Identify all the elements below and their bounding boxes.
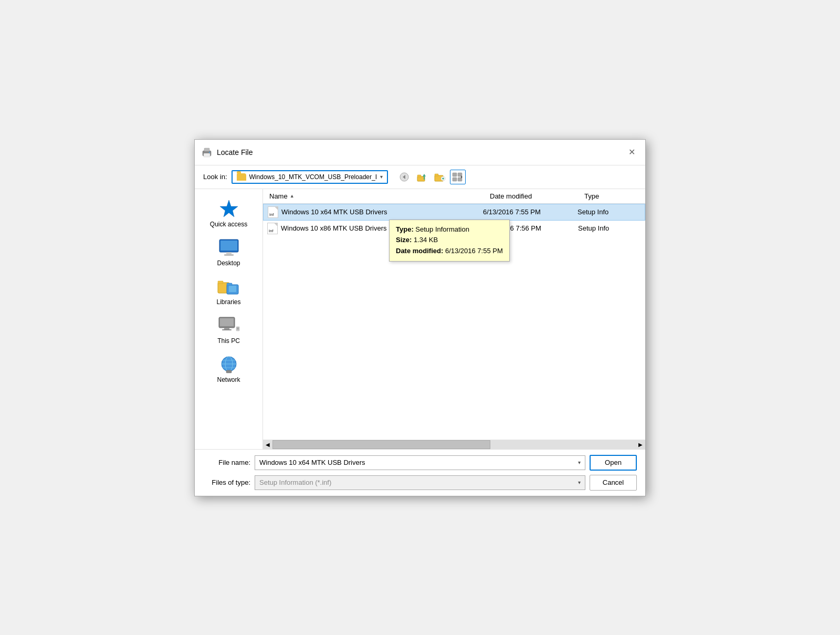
svg-rect-32 (224, 328, 229, 329)
libraries-icon (217, 277, 240, 296)
printer-icon (201, 147, 213, 158)
scroll-right-btn[interactable]: ▶ (636, 440, 645, 449)
file-name-value: Windows 10 x64 MTK USB Drivers (259, 459, 365, 466)
file-type-row: Files of type: Setup Information (*.inf)… (203, 475, 637, 491)
look-in-dropdown[interactable]: Windows_10_MTK_VCOM_USB_Preloader_I ▾ (232, 170, 388, 184)
svg-rect-17 (453, 178, 457, 181)
look-in-text: Windows_10_MTK_VCOM_USB_Preloader_I (249, 173, 377, 181)
file-name-arrow: ▾ (578, 460, 581, 465)
back-icon (400, 172, 409, 182)
file-name: Windows 10 x86 MTK USB Drivers (281, 224, 484, 232)
col-header-type[interactable]: Type (580, 189, 643, 203)
file-header: Name ▲ Date modified Type (263, 189, 645, 204)
up-button[interactable] (414, 170, 430, 184)
svg-rect-24 (224, 254, 234, 256)
file-name-row: File name: Windows 10 x64 MTK USB Driver… (203, 455, 637, 471)
sidebar-item-desktop[interactable]: Desktop (195, 234, 262, 271)
file-name-label: File name: (203, 459, 250, 466)
this-pc-icon (217, 316, 240, 335)
new-folder-button[interactable] (432, 170, 448, 184)
sidebar: Quick access Desktop (195, 189, 263, 449)
sidebar-item-quick-access-label: Quick access (210, 221, 247, 228)
col-header-name[interactable]: Name ▲ (265, 189, 486, 203)
close-button[interactable]: ✕ (624, 145, 639, 160)
file-name-input[interactable]: Windows 10 x64 MTK USB Drivers ▾ (255, 455, 585, 470)
folder-icon (237, 173, 246, 181)
svg-rect-9 (424, 176, 425, 180)
title-left: Locate File (201, 147, 253, 158)
svg-marker-20 (220, 200, 238, 217)
svg-rect-11 (435, 174, 438, 176)
scroll-left-btn[interactable]: ◀ (263, 440, 272, 449)
view-button[interactable] (450, 170, 466, 184)
network-icon (217, 355, 240, 374)
svg-rect-31 (220, 318, 234, 326)
look-in-label: Look in: (203, 173, 227, 181)
sidebar-item-network[interactable]: Network (195, 351, 262, 388)
sidebar-item-desktop-label: Desktop (217, 259, 240, 267)
svg-rect-33 (222, 329, 232, 330)
files-of-type-arrow: ▾ (578, 480, 581, 485)
scroll-track[interactable] (272, 440, 636, 449)
file-name: Windows 10 x64 MTK USB Drivers (281, 208, 483, 216)
title-bar: Locate File ✕ (195, 140, 645, 165)
horizontal-scrollbar[interactable]: ◀ ▶ (263, 440, 645, 449)
col-header-date[interactable]: Date modified (486, 189, 580, 203)
svg-rect-26 (218, 281, 223, 284)
file-icon: inf (267, 223, 278, 234)
svg-point-3 (209, 152, 210, 153)
files-of-type-input[interactable]: Setup Information (*.inf) ▾ (255, 475, 585, 490)
sidebar-item-this-pc-label: This PC (217, 337, 240, 345)
svg-rect-15 (453, 173, 457, 176)
svg-rect-1 (204, 148, 209, 151)
sidebar-item-libraries[interactable]: Libraries (195, 273, 262, 310)
file-list: inf Windows 10 x64 MTK USB Drivers 6/13/… (263, 204, 645, 440)
bottom-area: File name: Windows 10 x64 MTK USB Driver… (195, 449, 645, 496)
table-row[interactable]: inf Windows 10 x86 MTK USB Drivers 6/13/… (263, 221, 645, 236)
view-icon (452, 172, 464, 182)
svg-rect-28 (227, 283, 232, 286)
svg-rect-7 (417, 175, 421, 177)
toolbar-buttons (396, 170, 466, 184)
desktop-icon (218, 238, 240, 257)
dialog-title: Locate File (217, 148, 253, 157)
toolbar: Look in: Windows_10_MTK_VCOM_USB_Preload… (195, 165, 645, 189)
files-of-type-label: Files of type: (203, 478, 250, 486)
back-button[interactable] (396, 170, 412, 184)
cancel-button[interactable]: Cancel (590, 475, 637, 491)
table-row[interactable]: inf Windows 10 x64 MTK USB Drivers 6/13/… (263, 204, 645, 221)
open-button[interactable]: Open (590, 455, 637, 471)
main-content: Quick access Desktop (195, 189, 645, 449)
look-in-arrow: ▾ (380, 174, 383, 180)
file-date: 6/13/2016 7:56 PM (484, 224, 578, 232)
scroll-thumb[interactable] (272, 440, 490, 449)
svg-rect-6 (417, 176, 425, 181)
sidebar-item-this-pc[interactable]: This PC (195, 312, 262, 349)
sidebar-item-quick-access[interactable]: Quick access (195, 194, 262, 232)
file-area: Name ▲ Date modified Type inf (263, 189, 645, 449)
svg-rect-23 (226, 252, 232, 254)
svg-rect-35 (237, 328, 239, 328)
svg-rect-2 (204, 153, 210, 157)
quick-access-icon (218, 199, 240, 218)
files-of-type-value: Setup Information (*.inf) (259, 478, 331, 486)
up-icon (417, 172, 427, 182)
file-type: Setup Info (578, 208, 640, 216)
svg-rect-22 (220, 241, 237, 251)
svg-marker-8 (423, 174, 426, 176)
file-icon: inf (268, 206, 278, 218)
new-folder-icon (434, 172, 446, 182)
svg-rect-36 (237, 329, 239, 329)
sort-arrow: ▲ (290, 193, 295, 199)
svg-rect-29 (229, 286, 236, 292)
file-type: Setup Info (578, 224, 641, 232)
file-date: 6/13/2016 7:55 PM (483, 208, 578, 216)
locate-file-dialog: Locate File ✕ Look in: Windows_10_MTK_VC… (194, 139, 646, 496)
sidebar-item-libraries-label: Libraries (216, 298, 240, 306)
sidebar-item-network-label: Network (217, 376, 240, 383)
svg-rect-42 (226, 370, 232, 373)
